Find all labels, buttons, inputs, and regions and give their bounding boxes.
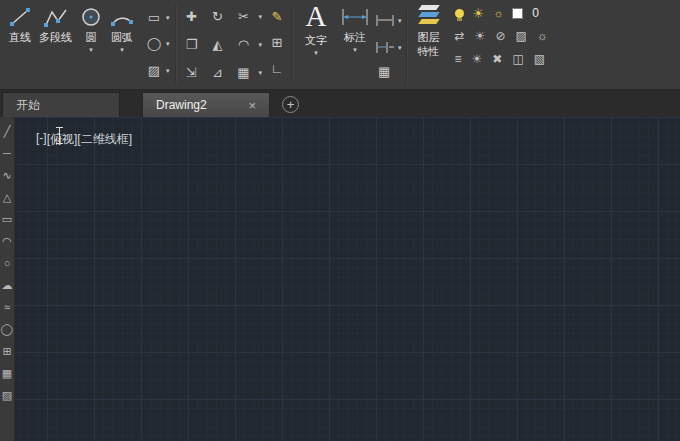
polyline-tool-icon[interactable]: ∿ (2, 169, 11, 181)
stretch-icon[interactable]: ⇲ (183, 63, 201, 81)
layer-freeze-sun-icon[interactable]: ☼ (493, 8, 503, 19)
viewport-controls-toggle[interactable]: [-] (36, 131, 47, 148)
move-icon[interactable]: ✚ (183, 7, 201, 25)
layer-freeze-icon[interactable]: ⊘ (495, 30, 505, 42)
polygon-tool-icon[interactable]: △ (3, 191, 11, 203)
layer-properties-button[interactable]: 图层 特性 (409, 0, 449, 89)
fillet-dropdown-icon[interactable]: ▾ (259, 41, 263, 48)
linear-dimension-dropdown-icon[interactable]: ▾ (398, 17, 402, 24)
quick-dimension-button[interactable]: ▾ (375, 35, 402, 61)
linear-dimension-icon (375, 7, 395, 33)
layer-stack-icon (416, 4, 442, 28)
annotation-side-column: ▾ ▾ ▦ (375, 2, 402, 87)
hatch-flyout[interactable]: ▨ ▾ (145, 61, 170, 79)
ellipse-flyout[interactable]: ◯ ▾ (145, 35, 170, 53)
layer-delete-icon[interactable]: ✖ (492, 53, 502, 65)
table-icon: ▦ (375, 62, 393, 80)
line-icon (8, 4, 32, 30)
circle-tool-button[interactable]: 圆 ▾ (76, 2, 106, 89)
quick-dimension-dropdown-icon[interactable]: ▾ (398, 44, 402, 51)
dimension-dropdown-icon[interactable]: ▾ (353, 45, 357, 54)
circle-tool-icon[interactable]: ○ (4, 257, 11, 269)
new-drawing-button[interactable]: + (282, 96, 299, 113)
layer-lock-icon[interactable]: ▨ (515, 30, 526, 42)
rectangle-icon: ▭ (145, 8, 163, 26)
scale-icon[interactable]: ⊿ (209, 63, 227, 81)
layer-unlock-icon[interactable]: ▧ (534, 53, 545, 65)
layer-controls-panel: ☀ ☼ 0 ⇄ ☀ ⊘ ▨ ☼ ≡ ☀ ✖ ◫ ▧ (449, 0, 550, 89)
text-cursor (55, 127, 64, 145)
circle-dropdown-icon[interactable]: ▾ (89, 45, 93, 54)
rectangle-flyout[interactable]: ▭ ▾ (145, 8, 170, 26)
arc-icon (110, 4, 134, 30)
rectangle-dropdown-icon[interactable]: ▾ (166, 14, 170, 21)
layer-walk-icon[interactable]: ☀ (472, 53, 483, 65)
rotate-icon[interactable]: ↻ (209, 7, 227, 25)
current-layer-name[interactable]: 0 (532, 6, 539, 20)
rectangle-tool-icon[interactable]: ▭ (2, 213, 12, 225)
copy-icon[interactable]: ❐ (183, 35, 201, 53)
annotation-panel: 标注 ▾ ▾ ▾ ▦ (337, 0, 405, 89)
dimension-icon (340, 4, 370, 30)
table-button[interactable]: ▦ (375, 62, 402, 80)
mirror-icon[interactable]: ◭ (209, 35, 227, 53)
layer-merge-icon[interactable]: ◫ (512, 53, 523, 65)
arc-tool-icon[interactable]: ◠ (2, 235, 12, 247)
viewport-visual-style-control[interactable]: [二维线框] (77, 131, 132, 148)
insert-block-tool-icon[interactable]: ⊞ (2, 345, 11, 357)
ellipse-dropdown-icon[interactable]: ▾ (166, 40, 170, 47)
line-tool-label: 直线 (9, 30, 31, 45)
layer-off-icon[interactable]: ⇄ (455, 30, 465, 42)
spline-tool-icon[interactable]: ≈ (4, 301, 10, 313)
layer-thaw-sun-icon[interactable]: ☀ (473, 7, 485, 20)
draw-panel: 直线 多段线 圆 ▾ 圆弧 (0, 0, 174, 89)
panel-divider (406, 5, 408, 84)
layer-on-bulb-icon[interactable] (455, 9, 464, 18)
arc-tool-label: 圆弧 (111, 30, 133, 45)
fillet-icon[interactable]: ◠ (235, 35, 253, 53)
dimension-tool-button[interactable]: 标注 ▾ (340, 2, 370, 87)
start-tab-label: 开始 (16, 97, 40, 114)
table-tool-icon[interactable]: ▦ (2, 367, 12, 379)
arc-dropdown-icon[interactable]: ▾ (120, 45, 124, 54)
linear-dimension-button[interactable]: ▾ (375, 7, 402, 33)
file-tab-drawing2[interactable]: Drawing2 × (142, 92, 270, 117)
trim-icon[interactable]: ✂ (235, 7, 253, 25)
drawing-canvas[interactable]: [-] [俯视] [二维线框] (0, 117, 680, 441)
layer-match-icon[interactable]: ☼ (537, 30, 548, 42)
layer-tools-row-2: ≡ ☀ ✖ ◫ ▧ (455, 48, 548, 69)
text-dropdown-icon[interactable]: ▾ (314, 48, 318, 57)
arc-tool-button[interactable]: 圆弧 ▾ (107, 2, 137, 89)
modify-grid: ✚ ↻ ✂ ❐ ◭ ◠ ⇲ ⊿ ▦ (179, 2, 257, 87)
panel-divider (175, 5, 177, 84)
layer-state-icon[interactable]: ≡ (455, 53, 462, 65)
polyline-tool-button[interactable]: 多段线 (36, 2, 75, 89)
array-icon[interactable]: ▦ (235, 63, 253, 81)
dimension-tool-label: 标注 (344, 30, 366, 45)
line-tool-icon[interactable]: ╱ (4, 125, 11, 137)
hatch-tool-icon[interactable]: ▨ (2, 389, 12, 401)
draw-toolbar: ╱ ─ ∿ △ ▭ ◠ ○ ☁ ≈ ◯ ⊞ ▦ ▨ (0, 117, 15, 441)
hatch-icon: ▨ (145, 61, 163, 79)
construction-line-tool-icon[interactable]: ─ (3, 147, 11, 159)
hatch-dropdown-icon[interactable]: ▾ (166, 67, 170, 74)
layer-color-swatch[interactable] (512, 8, 523, 19)
viewport-controls: [-] [俯视] [二维线框] (36, 131, 132, 148)
revision-cloud-tool-icon[interactable]: ☁ (2, 279, 13, 291)
circle-tool-label: 圆 (86, 30, 97, 45)
ellipse-tool-icon[interactable]: ◯ (1, 323, 13, 335)
utility-block-icon[interactable]: ⊞ (268, 33, 286, 51)
layer-properties-label-2: 特性 (418, 44, 440, 58)
array-dropdown-icon[interactable]: ▾ (259, 69, 263, 76)
utility-pencil-icon[interactable]: ✎ (268, 7, 286, 25)
text-panel[interactable]: A 文字 ▾ (295, 0, 337, 89)
layer-isolate-icon[interactable]: ☀ (475, 30, 486, 42)
layer-tools-row-1: ⇄ ☀ ⊘ ▨ ☼ (455, 25, 548, 46)
trim-dropdown-icon[interactable]: ▾ (259, 13, 263, 20)
draw-flyout-column: ▭ ▾ ◯ ▾ ▨ ▾ (138, 2, 172, 89)
line-tool-button[interactable]: 直线 (5, 2, 35, 89)
file-tab-start[interactable]: 开始 (2, 92, 120, 117)
quick-dimension-icon (375, 35, 395, 61)
utility-ucs-icon[interactable]: ∟ (268, 59, 286, 77)
tab-close-icon[interactable]: × (248, 99, 256, 112)
